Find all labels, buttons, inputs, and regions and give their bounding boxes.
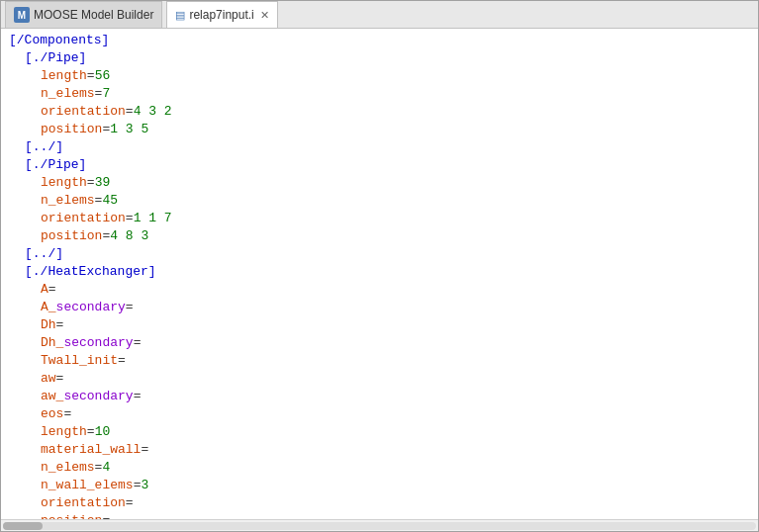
code-line-8: length = 39: [1, 175, 758, 193]
key-span: Twall_init: [41, 353, 118, 368]
code-line-13: [./HeatExchanger]: [1, 264, 758, 282]
code-line-10: orientation = 1 1 7: [1, 211, 758, 228]
value-span: 39: [95, 175, 111, 190]
code-line-2: length = 56: [1, 68, 758, 86]
value-span: 7: [102, 86, 110, 101]
main-window: M MOOSE Model Builder ▤ relap7input.i ✕ …: [0, 0, 759, 532]
code-line-3: n_elems = 7: [1, 86, 758, 104]
code-line-1: [./Pipe]: [1, 50, 758, 68]
key-span: n_wall_elems: [41, 478, 134, 492]
equals-span: =: [141, 442, 148, 457]
key-span: length: [41, 175, 87, 190]
code-line-18: Twall_init =: [1, 353, 758, 371]
code-line-9: n_elems = 45: [1, 193, 758, 211]
secondary-span: secondary: [63, 335, 133, 350]
code-line-12: [../]: [1, 246, 758, 264]
value-span: 4 8 3: [110, 228, 148, 243]
key-span: material_wall: [41, 442, 141, 457]
key-span: orientation: [41, 104, 126, 119]
key-span: n_elems: [41, 460, 95, 475]
close-icon[interactable]: ✕: [260, 9, 269, 22]
key-span: position: [41, 228, 102, 243]
equals-span: =: [87, 424, 95, 439]
equals-span: =: [63, 406, 71, 421]
value-span: 1 1 7: [134, 211, 172, 225]
code-line-24: n_elems = 4: [1, 460, 758, 478]
equals-span: =: [118, 353, 126, 368]
code-line-17: Dh_secondary =: [1, 335, 758, 353]
editor-tab-label: relap7input.i: [189, 8, 253, 22]
key-prefix-span: Dh_: [41, 335, 63, 350]
equals-span: =: [95, 193, 103, 208]
equals-span: =: [48, 282, 56, 297]
equals-span: =: [126, 104, 134, 119]
code-line-16: Dh =: [1, 317, 758, 335]
equals-span: =: [134, 478, 142, 492]
scrollbar-track: [3, 522, 756, 530]
editor-tab[interactable]: ▤ relap7input.i ✕: [166, 1, 277, 28]
key-span: orientation: [41, 211, 126, 225]
value-span: 45: [102, 193, 118, 208]
equals-span: =: [95, 86, 103, 101]
code-line-14: A =: [1, 282, 758, 300]
equals-span: =: [102, 228, 110, 243]
value-span: 3: [141, 478, 148, 492]
secondary-span: secondary: [63, 389, 133, 403]
code-line-4: orientation = 4 3 2: [1, 104, 758, 122]
moose-icon: M: [14, 7, 30, 23]
code-line-15: A_secondary =: [1, 300, 758, 317]
code-line-6: [../]: [1, 139, 758, 157]
bracket-text: [./Pipe]: [25, 50, 86, 65]
key-span: eos: [41, 406, 63, 421]
value-span: 1 3 5: [110, 122, 148, 136]
file-icon: ▤: [175, 9, 185, 22]
code-line-21: eos =: [1, 406, 758, 424]
equals-span: =: [95, 460, 103, 475]
value-span: 4: [102, 460, 110, 475]
moose-tab[interactable]: M MOOSE Model Builder: [5, 1, 162, 28]
scrollbar-thumb[interactable]: [3, 522, 43, 530]
key-span: aw: [41, 371, 56, 386]
bracket-text: [./HeatExchanger]: [25, 264, 156, 279]
key-span: length: [41, 424, 87, 439]
code-line-11: position = 4 8 3: [1, 228, 758, 246]
equals-span: =: [102, 122, 110, 136]
bracket-text: [/Components]: [9, 33, 109, 47]
bracket-text: [./Pipe]: [25, 157, 86, 172]
key-span: A: [41, 282, 48, 297]
code-container[interactable]: [/Components][./Pipe]length = 56n_elems …: [1, 29, 758, 519]
title-bar: M MOOSE Model Builder ▤ relap7input.i ✕: [1, 1, 758, 29]
code-line-20: aw_secondary =: [1, 389, 758, 406]
key-span: n_elems: [41, 86, 95, 101]
bracket-text: [../]: [25, 246, 63, 261]
key-span: length: [41, 68, 87, 83]
key-prefix-span: aw_: [41, 389, 63, 403]
equals-span: =: [134, 389, 142, 403]
key-span: Dh: [41, 317, 56, 332]
secondary-span: secondary: [56, 300, 126, 314]
code-line-19: aw =: [1, 371, 758, 389]
code-line-23: material_wall =: [1, 442, 758, 460]
equals-span: =: [134, 335, 142, 350]
key-span: n_elems: [41, 193, 95, 208]
bracket-text: [../]: [25, 139, 63, 154]
key-span: position: [41, 122, 102, 136]
code-line-26: orientation =: [1, 495, 758, 513]
value-span: 10: [95, 424, 111, 439]
code-line-22: length = 10: [1, 424, 758, 442]
horizontal-scrollbar[interactable]: [1, 519, 758, 531]
equals-span: =: [126, 300, 134, 314]
equals-span: =: [87, 68, 95, 83]
equals-span: =: [56, 371, 64, 386]
code-line-5: position = 1 3 5: [1, 122, 758, 139]
editor-area: [/Components][./Pipe]length = 56n_elems …: [1, 29, 758, 531]
code-line-7: [./Pipe]: [1, 157, 758, 175]
equals-span: =: [126, 495, 134, 510]
code-line-0: [/Components]: [1, 33, 758, 50]
value-span: 4 3 2: [134, 104, 172, 119]
moose-tab-label: MOOSE Model Builder: [34, 8, 153, 22]
key-prefix-span: A_: [41, 300, 56, 314]
code-line-25: n_wall_elems = 3: [1, 478, 758, 495]
equals-span: =: [56, 317, 64, 332]
equals-span: =: [126, 211, 134, 225]
